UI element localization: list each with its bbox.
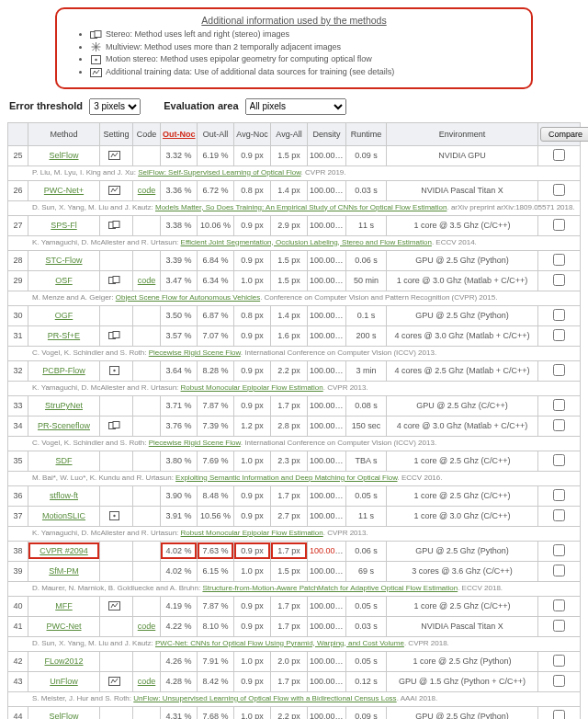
method-cell[interactable]: MotionSLIC: [28, 506, 100, 526]
citation-link[interactable]: Exploiting Semantic Information and Deep…: [175, 474, 397, 482]
compare-checkbox[interactable]: [553, 274, 565, 286]
compare-checkbox[interactable]: [553, 419, 565, 431]
method-cell[interactable]: MFF: [28, 596, 100, 616]
citation-link[interactable]: Robust Monocular Epipolar Flow Estimatio…: [181, 383, 323, 392]
code-cell: [133, 596, 161, 616]
method-cell[interactable]: SDF: [28, 451, 100, 471]
method-cell[interactable]: stflow-ft: [28, 485, 100, 506]
compare-checkbox[interactable]: [553, 620, 565, 632]
avgnoc-cell: 0.9 px: [234, 671, 271, 691]
citation-row: K. Yamaguchi, D. McAllester and R. Urtas…: [8, 526, 581, 541]
citation-row: M. Menze and A. Geiger: Object Scene Flo…: [8, 291, 581, 305]
col-rank: [8, 122, 28, 145]
col-density[interactable]: Density: [308, 122, 346, 145]
col-outnoc[interactable]: Out-Noc: [161, 122, 198, 145]
col-avgnoc[interactable]: Avg-Noc: [234, 122, 271, 145]
avgall-cell: 2.2 px: [271, 706, 308, 719]
compare-cell[interactable]: [538, 360, 581, 381]
compare-cell[interactable]: [538, 215, 581, 235]
compare-checkbox[interactable]: [553, 675, 565, 687]
compare-checkbox[interactable]: [553, 149, 565, 161]
method-cell[interactable]: CVPR #2094: [28, 541, 100, 561]
compare-checkbox[interactable]: [553, 509, 565, 521]
compare-cell[interactable]: [538, 541, 581, 561]
runtime-cell: 0.12 s: [346, 671, 387, 691]
compare-cell[interactable]: [538, 250, 581, 270]
compare-checkbox[interactable]: [553, 544, 565, 556]
citation-link[interactable]: Object Scene Flow for Autonomous Vehicle…: [116, 293, 260, 302]
avgall-cell: 1.7 px: [271, 616, 308, 636]
compare-cell[interactable]: [538, 325, 581, 346]
compare-cell[interactable]: [538, 651, 581, 671]
method-cell[interactable]: SfM-PM: [28, 561, 100, 581]
citation-link[interactable]: UnFlow: Unsupervised Learning of Optical…: [133, 694, 396, 702]
eval-area-select[interactable]: All pixels: [245, 98, 346, 115]
compare-cell[interactable]: [538, 596, 581, 616]
compare-cell[interactable]: [538, 451, 581, 471]
compare-cell[interactable]: [538, 706, 581, 719]
compare-button[interactable]: Compare: [540, 127, 588, 142]
citation-link[interactable]: PWC-Net: CNNs for Optical Flow Using Pyr…: [155, 639, 404, 647]
compare-checkbox[interactable]: [553, 329, 565, 341]
rank-cell: 43: [8, 671, 28, 691]
citation-link[interactable]: Structure-from-Motion-Aware PatchMatch f…: [202, 584, 458, 592]
code-cell[interactable]: code: [133, 671, 161, 691]
compare-checkbox[interactable]: [553, 655, 565, 667]
compare-checkbox[interactable]: [553, 599, 565, 611]
compare-checkbox[interactable]: [553, 184, 565, 196]
avgnoc-cell: 0.9 px: [234, 616, 271, 636]
compare-cell[interactable]: [538, 485, 581, 506]
compare-checkbox[interactable]: [553, 399, 565, 411]
compare-cell[interactable]: [538, 506, 581, 526]
compare-cell[interactable]: [538, 145, 581, 165]
compare-cell[interactable]: [538, 180, 581, 200]
citation-link[interactable]: Piecewise Rigid Scene Flow: [149, 439, 241, 447]
col-avgall[interactable]: Avg-All: [271, 122, 308, 145]
citation-link[interactable]: Models Matter, So Does Training: An Empi…: [155, 203, 447, 211]
compare-cell[interactable]: [538, 616, 581, 636]
compare-checkbox[interactable]: [553, 219, 565, 231]
method-cell[interactable]: StruPyNet: [28, 395, 100, 416]
setting-cell: [100, 395, 133, 416]
citation-link[interactable]: Efficient Joint Segmentation, Occlusion …: [181, 238, 432, 246]
code-cell: [133, 561, 161, 581]
compare-cell[interactable]: [538, 395, 581, 416]
rank-cell: 37: [8, 506, 28, 526]
method-cell[interactable]: PR-Sf+E: [28, 325, 100, 346]
code-cell[interactable]: code: [133, 616, 161, 636]
compare-checkbox[interactable]: [553, 364, 565, 376]
err-threshold-select[interactable]: 3 pixels: [89, 98, 141, 115]
citation-link[interactable]: SelFlow: Self-Supervised Learning of Opt…: [138, 168, 300, 177]
compare-checkbox[interactable]: [553, 254, 565, 266]
compare-cell[interactable]: [538, 671, 581, 691]
method-cell[interactable]: SPS-Fl: [28, 215, 100, 235]
method-cell[interactable]: STC-Flow: [28, 250, 100, 270]
method-cell[interactable]: OSF: [28, 270, 100, 291]
method-cell[interactable]: UnFlow: [28, 671, 100, 691]
method-cell[interactable]: SelFlow: [28, 145, 100, 165]
method-cell[interactable]: PWC-Net: [28, 616, 100, 636]
citation-link[interactable]: Piecewise Rigid Scene Flow: [149, 348, 241, 357]
compare-checkbox[interactable]: [553, 309, 565, 321]
compare-checkbox[interactable]: [553, 710, 565, 720]
citation-link[interactable]: Robust Monocular Epipolar Flow Estimatio…: [181, 529, 323, 537]
col-runtime[interactable]: Runtime: [346, 122, 387, 145]
compare-cell[interactable]: [538, 561, 581, 581]
compare-cell[interactable]: [538, 416, 581, 436]
method-cell[interactable]: FLow2012: [28, 651, 100, 671]
compare-checkbox[interactable]: [553, 454, 565, 466]
code-cell[interactable]: code: [133, 180, 161, 200]
method-cell[interactable]: OGF: [28, 305, 100, 325]
env-cell: GPU @ 2.5 Ghz (C/C++): [387, 395, 538, 416]
method-cell[interactable]: SelFlow: [28, 706, 100, 719]
runtime-cell: TBA s: [346, 451, 387, 471]
compare-checkbox[interactable]: [553, 489, 565, 501]
col-outall[interactable]: Out-All: [198, 122, 234, 145]
compare-checkbox[interactable]: [553, 565, 565, 576]
method-cell[interactable]: PWC-Net+: [28, 180, 100, 200]
compare-cell[interactable]: [538, 305, 581, 325]
code-cell[interactable]: code: [133, 270, 161, 291]
compare-cell[interactable]: [538, 270, 581, 291]
method-cell[interactable]: PCBP-Flow: [28, 360, 100, 381]
method-cell[interactable]: PR-Sceneflow: [28, 416, 100, 436]
